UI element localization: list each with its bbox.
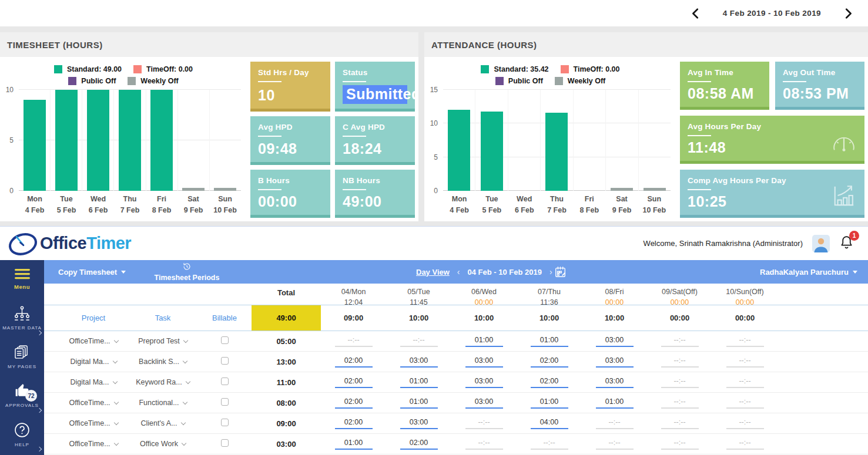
time-entry-input[interactable]: --:-- (465, 418, 503, 429)
chart-bar[interactable] (182, 188, 205, 191)
time-entry-input[interactable]: --:-- (465, 439, 503, 450)
legend-item[interactable]: Public Off (495, 77, 543, 85)
billable-checkbox[interactable] (221, 336, 229, 344)
time-entry-input[interactable]: 02:00 (335, 377, 373, 388)
time-entry-input[interactable]: --:-- (726, 336, 764, 347)
time-entry-input[interactable]: 02:00 (335, 397, 373, 409)
project-column-header[interactable]: Project (59, 314, 128, 322)
chart-bar[interactable] (481, 112, 503, 191)
chevron-right-icon[interactable] (37, 408, 42, 413)
project-select[interactable]: OfficeTime... (59, 399, 128, 407)
time-entry-input[interactable]: 03:00 (596, 377, 634, 388)
previous-week-button[interactable] (689, 6, 703, 21)
chart-bar[interactable] (611, 188, 633, 191)
legend-item[interactable]: Public Off (68, 77, 116, 85)
task-select[interactable]: Keyword Ra... (128, 378, 197, 386)
sidebar-item-my-pages[interactable]: MY PAGES (0, 338, 44, 376)
billable-checkbox[interactable] (221, 398, 229, 406)
billable-checkbox[interactable] (221, 439, 229, 447)
time-entry-input[interactable]: --:-- (726, 439, 764, 450)
legend-item[interactable]: TimeOff: 0.00 (561, 65, 620, 73)
time-entry-input[interactable]: --:-- (661, 356, 699, 368)
time-entry-input[interactable]: 03:00 (465, 397, 503, 409)
timesheet-periods-button[interactable]: Timesheet Periods (149, 262, 225, 282)
time-entry-input[interactable]: --:-- (531, 439, 568, 450)
next-week-button[interactable] (841, 6, 855, 21)
task-select[interactable]: Client's A... (128, 419, 197, 427)
time-entry-input[interactable]: 02:00 (400, 439, 438, 450)
chart-bar[interactable] (545, 113, 568, 191)
chart-bar[interactable] (55, 90, 78, 191)
chart-bar[interactable] (214, 188, 236, 191)
project-select[interactable]: OfficeTime... (59, 440, 128, 448)
task-select[interactable]: Functional... (128, 399, 197, 407)
time-entry-input[interactable]: 03:00 (465, 377, 503, 388)
time-entry-input[interactable]: 01:00 (596, 397, 634, 409)
time-entry-input[interactable]: 01:00 (465, 336, 503, 347)
time-entry-input[interactable]: 01:00 (335, 439, 373, 450)
time-entry-input[interactable]: 01:00 (531, 336, 568, 347)
time-entry-input[interactable]: --:-- (596, 439, 634, 450)
billable-checkbox[interactable] (221, 357, 229, 365)
time-entry-input[interactable]: 01:00 (400, 377, 438, 388)
time-entry-input[interactable]: --:-- (596, 418, 634, 429)
time-entry-input[interactable]: 01:00 (531, 397, 568, 409)
legend-item[interactable]: Standard: 49.00 (54, 65, 122, 73)
time-entry-input[interactable]: --:-- (661, 439, 699, 450)
next-period-button[interactable]: › (549, 267, 552, 277)
time-entry-input[interactable]: --:-- (661, 418, 699, 429)
time-entry-input[interactable]: 02:00 (531, 356, 568, 368)
time-entry-input[interactable]: 03:00 (400, 418, 438, 429)
day-view-link[interactable]: Day View (416, 268, 450, 277)
time-entry-input[interactable]: --:-- (661, 336, 699, 347)
time-entry-input[interactable]: 03:00 (596, 336, 634, 347)
project-select[interactable]: Digital Ma... (59, 358, 128, 366)
time-entry-input[interactable]: 02:00 (531, 377, 568, 388)
sidebar-item-help[interactable]: HELP (0, 415, 44, 454)
billable-checkbox[interactable] (221, 419, 229, 426)
chevron-right-icon[interactable] (37, 331, 42, 335)
legend-item[interactable]: Weekly Off (555, 77, 605, 85)
time-entry-input[interactable]: 02:00 (335, 418, 373, 429)
task-select[interactable]: Preprod Test (128, 337, 197, 345)
sidebar-item-master-data[interactable]: MASTER DATA (0, 299, 44, 338)
chart-bar[interactable] (644, 188, 666, 191)
time-entry-input[interactable]: --:-- (400, 336, 438, 347)
task-select[interactable]: Office Work (128, 440, 197, 448)
time-entry-input[interactable]: 03:00 (596, 356, 634, 368)
chart-bar[interactable] (119, 90, 141, 191)
previous-period-button[interactable]: ‹ (457, 267, 460, 277)
time-entry-input[interactable]: --:-- (726, 377, 764, 388)
time-entry-input[interactable]: --:-- (726, 418, 764, 429)
time-entry-input[interactable]: --:-- (661, 377, 699, 388)
legend-item[interactable]: Weekly Off (128, 77, 178, 85)
project-select[interactable]: OfficeTime... (59, 337, 128, 345)
officetimer-logo[interactable]: OfficeTimer (7, 230, 131, 257)
legend-item[interactable]: TimeOff: 0.00 (133, 65, 193, 73)
billable-checkbox[interactable] (221, 378, 229, 385)
chart-bar[interactable] (150, 90, 173, 191)
project-select[interactable]: Digital Ma... (59, 378, 128, 386)
task-column-header[interactable]: Task (128, 314, 197, 322)
sidebar-item-approvals[interactable]: 72APPROVALS (0, 376, 44, 415)
project-select[interactable]: OfficeTime... (59, 419, 128, 427)
chevron-right-icon[interactable] (37, 447, 42, 451)
chart-bar[interactable] (87, 90, 109, 191)
chart-bar[interactable] (24, 100, 46, 191)
time-entry-input[interactable]: 03:00 (400, 356, 438, 368)
time-entry-input[interactable]: 03:00 (465, 356, 503, 368)
employee-selector-dropdown[interactable]: RadhaKalyan Paruchuru (760, 260, 857, 284)
legend-item[interactable]: Standard: 35.42 (481, 65, 548, 73)
copy-timesheet-button[interactable]: Copy Timesheet (58, 260, 126, 284)
time-entry-input[interactable]: --:-- (335, 336, 373, 347)
time-entry-input[interactable]: --:-- (726, 356, 764, 368)
notifications-bell-icon[interactable]: 1 (839, 235, 854, 252)
time-entry-input[interactable]: 04:00 (531, 418, 568, 429)
sidebar-item-menu[interactable]: Menu (0, 260, 44, 299)
calendar-picker-icon[interactable] (554, 260, 567, 284)
user-avatar[interactable] (812, 235, 830, 252)
billable-column-header[interactable]: Billable (197, 314, 252, 322)
time-entry-input[interactable]: 01:00 (400, 397, 438, 409)
task-select[interactable]: Backlink S... (128, 358, 197, 366)
time-entry-input[interactable]: 02:00 (335, 356, 373, 368)
